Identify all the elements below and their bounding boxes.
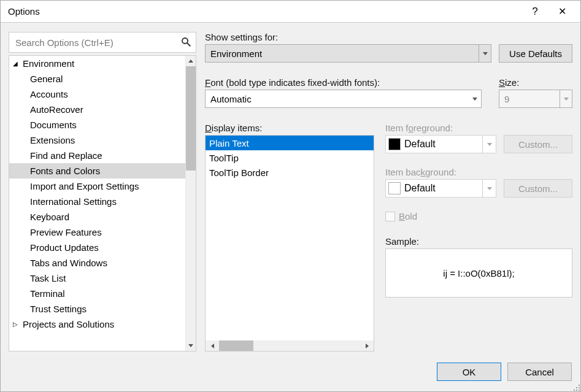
display-items-label: Display items: xyxy=(205,123,374,133)
tree-item-import-and-export-settings[interactable]: Import and Export Settings xyxy=(9,179,185,194)
bold-label: Bold xyxy=(399,211,417,221)
scroll-down-icon[interactable] xyxy=(186,340,196,351)
cancel-button[interactable]: Cancel xyxy=(507,363,572,381)
chevron-down-icon xyxy=(469,90,481,107)
foreground-value: Default xyxy=(404,139,436,150)
options-tree[interactable]: ◢EnvironmentGeneralAccountsAutoRecoverDo… xyxy=(9,55,196,352)
left-panel: ◢EnvironmentGeneralAccountsAutoRecoverDo… xyxy=(9,32,196,352)
background-swatch xyxy=(388,182,401,194)
scroll-thumb[interactable] xyxy=(186,66,196,171)
font-label: Font (bold type indicates fixed-width fo… xyxy=(205,77,482,88)
dialog-content: ◢EnvironmentGeneralAccountsAutoRecoverDo… xyxy=(1,23,580,361)
tree-item-preview-features[interactable]: Preview Features xyxy=(9,225,185,240)
tree-item-environment[interactable]: ◢Environment xyxy=(9,56,185,71)
show-settings-label: Show settings for: xyxy=(205,32,572,42)
tree-item-documents[interactable]: Documents xyxy=(9,117,185,133)
size-label: Size: xyxy=(499,77,572,88)
expand-arrow-icon: ▷ xyxy=(13,321,21,328)
display-item-plain-text[interactable]: Plain Text xyxy=(206,136,374,150)
show-settings-value: Environment xyxy=(210,48,262,59)
tree-item-autorecover[interactable]: AutoRecover xyxy=(9,102,185,117)
resize-grip[interactable] xyxy=(571,382,580,391)
tree-item-trust-settings[interactable]: Trust Settings xyxy=(9,301,185,317)
show-settings-combo[interactable]: Environment xyxy=(205,44,491,63)
tree-item-terminal[interactable]: Terminal xyxy=(9,286,185,301)
close-button[interactable]: ✕ xyxy=(548,1,575,22)
chevron-down-icon xyxy=(479,45,491,62)
display-item-tooltip-border[interactable]: ToolTip Border xyxy=(206,165,374,180)
item-background-combo[interactable]: Default xyxy=(385,179,496,198)
expand-arrow-icon: ◢ xyxy=(13,60,21,67)
dialog-footer: OK Cancel xyxy=(1,361,580,391)
size-combo[interactable]: 9 xyxy=(499,90,572,108)
font-value: Automatic xyxy=(210,94,252,104)
sample-text: ij = I::oO(0xB81l); xyxy=(443,268,514,279)
custom-background-button[interactable]: Custom... xyxy=(504,179,572,198)
display-items-listbox[interactable]: Plain TextToolTipToolTip Border xyxy=(205,135,374,352)
use-defaults-button[interactable]: Use Defaults xyxy=(499,44,572,63)
tree-item-extensions[interactable]: Extensions xyxy=(9,133,185,148)
scroll-right-icon[interactable] xyxy=(360,340,374,351)
tree-item-task-list[interactable]: Task List xyxy=(9,271,185,286)
item-foreground-label: Item foreground: xyxy=(385,123,572,133)
sample-box: ij = I::oO(0xB81l); xyxy=(385,248,572,298)
search-input[interactable] xyxy=(9,32,196,53)
tree-scrollbar[interactable] xyxy=(185,56,196,351)
scroll-thumb[interactable] xyxy=(219,340,253,351)
right-panel: Show settings for: Environment Use Defau… xyxy=(205,32,572,352)
background-value: Default xyxy=(404,183,436,194)
tree-item-projects-and-solutions[interactable]: ▷Projects and Solutions xyxy=(9,317,185,332)
scroll-left-icon[interactable] xyxy=(206,340,219,351)
horizontal-scrollbar[interactable] xyxy=(206,340,374,351)
custom-foreground-button[interactable]: Custom... xyxy=(504,135,572,153)
tree-item-find-and-replace[interactable]: Find and Replace xyxy=(9,148,185,163)
ok-button[interactable]: OK xyxy=(437,363,501,381)
item-background-label: Item background: xyxy=(385,167,572,177)
window-title: Options xyxy=(8,6,521,17)
tree-item-accounts[interactable]: Accounts xyxy=(9,86,185,102)
item-foreground-combo[interactable]: Default xyxy=(385,135,496,153)
scroll-up-icon[interactable] xyxy=(186,56,196,66)
search-wrap xyxy=(9,32,196,53)
chevron-down-icon xyxy=(560,90,572,107)
tree-item-fonts-and-colors[interactable]: Fonts and Colors xyxy=(9,163,185,179)
chevron-down-icon xyxy=(482,180,496,197)
foreground-swatch xyxy=(388,138,401,150)
help-button[interactable]: ? xyxy=(521,1,548,22)
tree-item-general[interactable]: General xyxy=(9,71,185,86)
tree-item-tabs-and-windows[interactable]: Tabs and Windows xyxy=(9,255,185,271)
tree-item-product-updates[interactable]: Product Updates xyxy=(9,240,185,255)
size-value: 9 xyxy=(504,94,509,104)
font-combo[interactable]: Automatic xyxy=(205,90,482,108)
tree-item-international-settings[interactable]: International Settings xyxy=(9,194,185,209)
sample-label: Sample: xyxy=(385,236,572,247)
display-item-tooltip[interactable]: ToolTip xyxy=(206,150,374,165)
tree-item-keyboard[interactable]: Keyboard xyxy=(9,209,185,225)
bold-checkbox[interactable] xyxy=(385,212,395,221)
titlebar: Options ? ✕ xyxy=(1,1,580,23)
chevron-down-icon xyxy=(482,136,496,153)
